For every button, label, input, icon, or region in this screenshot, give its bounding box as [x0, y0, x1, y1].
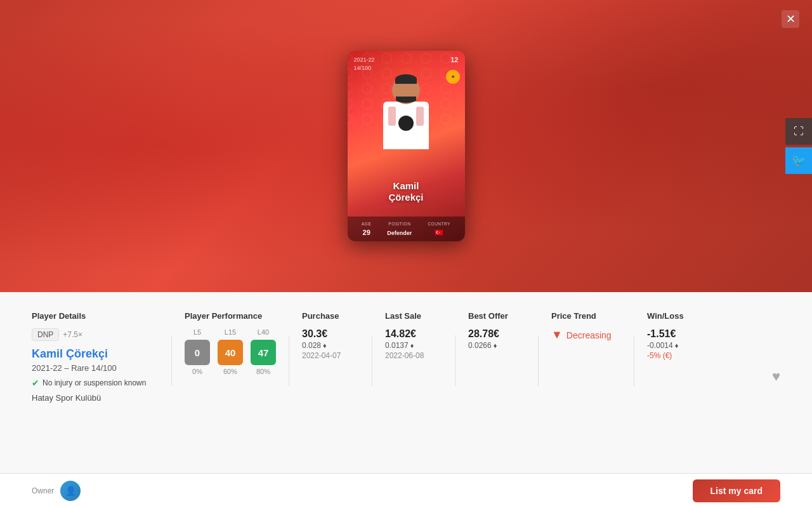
- l15-label: L15: [218, 328, 243, 336]
- player-card: 2021-22 14/100 12 ★: [348, 51, 465, 241]
- content-area: Player Details DNP +7.5× Kamil Çörekçi 2…: [0, 292, 812, 508]
- club-name: Hatay Spor Kulübü: [32, 393, 159, 403]
- player-details-title: Player Details: [32, 311, 159, 321]
- card-number: 12: [450, 56, 458, 64]
- purchase-date: 2022-04-07: [302, 351, 359, 360]
- hero-section: ✕ 2021-22 14/100 12 ★: [0, 0, 812, 292]
- eth-icon-winloss: ♦: [675, 342, 679, 349]
- l40-label: L40: [251, 328, 276, 336]
- side-buttons-container: ⛶ 🐦: [785, 118, 812, 174]
- card-season-edition: 2021-22 14/100: [354, 56, 375, 72]
- check-icon: ✔: [32, 378, 39, 388]
- eth-icon-best-offer: ♦: [494, 342, 497, 349]
- divider-5: [538, 335, 539, 386]
- favorite-button[interactable]: ♥: [772, 368, 780, 385]
- last-sale-date: 2022-06-08: [385, 351, 442, 360]
- best-offer-section: Best Offer 28.78€ 0.0266 ♦: [455, 311, 538, 350]
- avatar-icon: 👤: [65, 486, 76, 496]
- best-offer-price-eth: 0.0266 ♦: [468, 341, 525, 350]
- card-country-stat: COUNTRY 🇹🇷: [428, 222, 450, 237]
- player-performance-title: Player Performance: [185, 311, 276, 321]
- l40-pct: 80%: [251, 368, 276, 375]
- owner-avatar: 👤: [60, 481, 81, 501]
- stats-row: Player Details DNP +7.5× Kamil Çörekçi 2…: [0, 292, 812, 403]
- perf-l5-col: L5 0 0%: [185, 328, 210, 375]
- trend-down-icon: ▼: [551, 328, 563, 342]
- l5-pct: 0%: [185, 368, 210, 375]
- win-loss-main-value: -1.51€: [647, 328, 717, 340]
- card-player-name: Kamil Çörekçi: [348, 180, 465, 203]
- last-sale-price-eth: 0.0137 ♦: [385, 341, 442, 350]
- eth-icon-last-sale: ♦: [410, 342, 414, 349]
- last-sale-price-eur: 14.82€: [385, 328, 442, 340]
- l15-pct: 60%: [218, 368, 243, 375]
- close-icon: ✕: [786, 12, 796, 26]
- last-sale-title: Last Sale: [385, 311, 442, 321]
- turkey-flag-icon: 🇹🇷: [435, 229, 443, 236]
- perf-l40-col: L40 47 80%: [251, 328, 276, 375]
- performance-columns: L5 0 0% L15 40 60% L40 47 80%: [185, 328, 276, 375]
- price-trend-title: Price Trend: [551, 311, 621, 321]
- twitter-icon: 🐦: [792, 154, 806, 168]
- bottom-bar: Owner 👤 List my card: [0, 473, 812, 508]
- purchase-price-eur: 30.3€: [302, 328, 359, 340]
- win-loss-section: Win/Loss -1.51€ -0.0014 ♦ -5% (€): [634, 311, 717, 360]
- club-logo-icon: ★: [446, 70, 460, 84]
- purchase-title: Purchase: [302, 311, 359, 321]
- l40-score: 47: [251, 340, 276, 365]
- trend-label: Decreasing: [566, 330, 612, 340]
- last-sale-section: Last Sale 14.82€ 0.0137 ♦ 2022-06-08: [372, 311, 455, 360]
- best-offer-title: Best Offer: [468, 311, 525, 321]
- twitter-share-button[interactable]: 🐦: [785, 147, 812, 174]
- eth-icon-purchase: ♦: [323, 342, 327, 349]
- list-my-card-button[interactable]: List my card: [693, 479, 780, 502]
- player-performance-section: Player Performance L5 0 0% L15 40 60% L4…: [172, 311, 289, 375]
- win-loss-eth-value: -0.0014 ♦: [647, 341, 717, 350]
- price-trend-indicator: ▼ Decreasing: [551, 328, 621, 342]
- win-loss-title: Win/Loss: [647, 311, 717, 321]
- perf-l15-col: L15 40 60%: [218, 328, 243, 375]
- dnp-badge: DNP: [32, 328, 59, 341]
- heart-icon: ♥: [772, 368, 780, 384]
- l5-label: L5: [185, 328, 210, 336]
- player-name-link[interactable]: Kamil Çörekçi: [32, 347, 159, 361]
- card-stats-bar: AGE 29 POSITION Defender COUNTRY 🇹🇷: [348, 217, 465, 241]
- card-player-name-area: Kamil Çörekçi: [348, 180, 465, 203]
- l5-score: 0: [185, 340, 210, 365]
- injury-status: ✔ No injury or suspension known: [32, 378, 159, 388]
- player-season-rarity: 2021-22 – Rare 14/100: [32, 363, 159, 373]
- score-badge: +7.5×: [63, 330, 82, 339]
- badge-row: DNP +7.5×: [32, 328, 159, 341]
- close-button[interactable]: ✕: [782, 10, 799, 28]
- expand-icon: ⛶: [794, 126, 804, 137]
- owner-section: Owner 👤: [32, 481, 81, 501]
- l15-score: 40: [218, 340, 243, 365]
- price-trend-section: Price Trend ▼ Decreasing: [539, 311, 634, 342]
- expand-button[interactable]: ⛶: [785, 118, 812, 145]
- win-loss-pct: -5% (€): [647, 351, 717, 360]
- card-position-stat: POSITION Defender: [387, 222, 412, 237]
- owner-label: Owner: [32, 486, 54, 495]
- card-age-stat: AGE 29: [362, 222, 371, 237]
- player-image: [362, 67, 450, 171]
- purchase-price-eth: 0.028 ♦: [302, 341, 359, 350]
- player-details-section: Player Details DNP +7.5× Kamil Çörekçi 2…: [32, 311, 171, 403]
- purchase-section: Purchase 30.3€ 0.028 ♦ 2022-04-07: [289, 311, 372, 360]
- best-offer-price-eur: 28.78€: [468, 328, 525, 340]
